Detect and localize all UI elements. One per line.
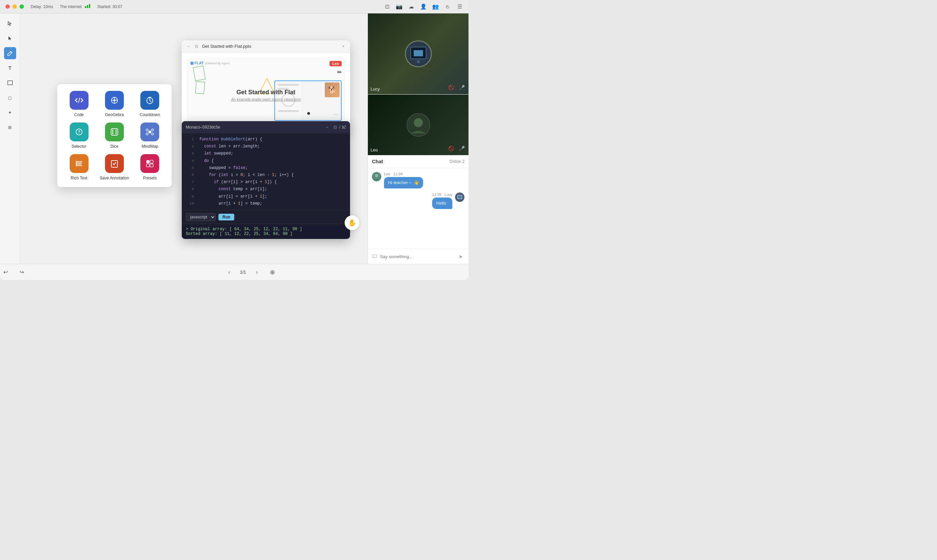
add-slide-button[interactable]: ⊕ <box>268 268 277 277</box>
user-icon[interactable]: 👤 <box>420 3 427 10</box>
menu-icon[interactable]: ☰ <box>456 3 463 10</box>
signal-bar-2 <box>87 5 88 8</box>
send-button[interactable]: ➤ <box>456 252 465 260</box>
output-line-2: Sorted array: [ 11, 12, 22, 25, 34, 64, … <box>186 232 346 236</box>
language-select[interactable]: javascript <box>186 213 216 221</box>
geogebra-icon <box>105 91 124 110</box>
svg-rect-39 <box>414 50 423 57</box>
rect-tool-btn[interactable] <box>4 77 16 89</box>
svg-line-0 <box>10 52 11 53</box>
popup-item-mindmap[interactable]: MindMap <box>135 123 165 149</box>
code-maximize[interactable]: ⊡ <box>332 125 338 130</box>
svg-point-23 <box>146 133 148 135</box>
leo-video-icons: 🚫 🎤 <box>447 145 466 152</box>
chat-input-area: ➤ <box>368 249 469 264</box>
minimize-button[interactable] <box>12 5 17 9</box>
camera-icon[interactable]: 📷 <box>396 3 403 10</box>
select-tool-btn[interactable] <box>4 17 16 29</box>
popup-item-dice[interactable]: Dice <box>99 123 129 149</box>
code-minimize[interactable]: − <box>325 125 330 130</box>
flat-presentation-window: − ⊡ Get Started with Flat.pptx × ▦ FLAT … <box>182 40 350 131</box>
titlebar-icons: ⊡ 📷 ☁ 👤 👥 ⎋ ☰ <box>384 3 463 10</box>
popup-item-geogebra[interactable]: GeoGebra <box>99 91 129 117</box>
brush-tool-btn[interactable]: ✦ <box>4 106 16 118</box>
green-shapes <box>192 65 220 98</box>
chat-input[interactable] <box>380 254 454 259</box>
code-content: 1 function bubbleSort(arr) { 2 const len… <box>182 133 350 210</box>
app-window: Delay: 10ms The internet: Started: 30:07… <box>0 0 469 280</box>
save-annotation-icon <box>105 154 124 173</box>
leo-chat-avatar <box>372 172 382 182</box>
lucy-video-icons: 🚫 🎤 <box>447 83 466 92</box>
code-window: Monaco–5923dc5e − ⊡ × / 12 1 function bu… <box>182 121 350 239</box>
svg-rect-33 <box>150 164 153 167</box>
svg-text:?: ? <box>78 129 80 135</box>
main-content: T ◻ ✦ ⊞ Code <box>0 14 469 264</box>
leo-avatar <box>406 113 430 137</box>
presets-label: Presets <box>143 176 157 180</box>
pointer-tool-btn[interactable] <box>4 32 16 45</box>
dice-icon <box>105 123 124 142</box>
richtext-icon <box>70 154 89 173</box>
grid-tool-btn[interactable]: ⊞ <box>4 121 16 133</box>
popup-item-countdown[interactable]: Countdown <box>135 91 165 117</box>
flat-close[interactable]: × <box>341 44 346 49</box>
lucy-mute-icon: 🚫 <box>447 83 455 92</box>
dice-label: Dice <box>111 144 118 149</box>
svg-rect-30 <box>146 160 149 163</box>
svg-rect-34 <box>193 66 205 81</box>
page-indicator: 1/1 <box>240 269 246 275</box>
popup-item-presets[interactable]: Presets <box>135 154 165 180</box>
svg-point-24 <box>151 133 154 135</box>
text-tool-btn[interactable]: T <box>4 62 16 74</box>
svg-rect-47 <box>458 196 462 198</box>
leo-badge: Leo <box>329 61 342 66</box>
code-line-3: 3 let swapped; <box>182 150 350 157</box>
save-annotation-label: Save Annotation <box>100 176 129 180</box>
code-footer: javascript Run <box>182 210 350 224</box>
popup-item-selector[interactable]: ? Selector <box>64 123 94 149</box>
run-button[interactable]: Run <box>218 214 234 220</box>
leo-name: Leo <box>371 148 378 152</box>
svg-line-9 <box>150 101 151 102</box>
right-sidebar: 🚫 🎤 Lucy <box>368 14 469 264</box>
lucy-chat-avatar <box>455 192 465 202</box>
code-line-4: 4 do { <box>182 157 350 165</box>
pen-tool-btn[interactable] <box>4 47 16 59</box>
dog-image: 🐕 <box>325 82 340 97</box>
cursor-dot <box>307 112 310 115</box>
flat-minimize[interactable]: − <box>186 44 191 49</box>
popup-grid: Code GeoGebra Countdown <box>64 91 165 180</box>
eraser-tool-btn[interactable]: ◻ <box>4 92 16 104</box>
chat-header: Chat Online 2 <box>368 155 469 168</box>
signal-bar-3 <box>89 4 90 8</box>
maximize-button[interactable] <box>20 5 24 9</box>
popup-item-save-annotation[interactable]: Save Annotation <box>99 154 129 180</box>
svg-point-17 <box>115 131 117 132</box>
popup-item-richtext[interactable]: Rich Text <box>64 154 94 180</box>
leo-video-panel: 🚫 🎤 Leo <box>368 95 469 155</box>
undo-button[interactable]: ↩ <box>0 267 11 278</box>
flat-presentation: ▦ FLAT powered by Agora Leo ✏ Get Star <box>187 58 345 125</box>
monitor-icon[interactable]: ⊡ <box>384 3 391 10</box>
close-button[interactable] <box>5 5 10 9</box>
lucy-name: Lucy <box>371 86 380 92</box>
next-page-button[interactable]: › <box>251 267 262 278</box>
flat-content: ▦ FLAT powered by Agora Leo ✏ Get Star <box>182 52 350 131</box>
cloud-icon[interactable]: ☁ <box>408 3 415 10</box>
logout-icon[interactable]: ⎋ <box>444 3 451 10</box>
flat-maximize[interactable]: ⊡ <box>194 44 199 49</box>
redo-button[interactable]: ↪ <box>16 267 27 278</box>
traffic-lights <box>5 5 24 9</box>
users-icon[interactable]: 👥 <box>432 3 439 10</box>
hand-raise-button[interactable]: ✋ <box>345 215 360 230</box>
popup-item-code[interactable]: Code <box>64 91 94 117</box>
bottom-bar: ↩ ↪ ‹ 1/1 › ⊕ <box>0 264 469 280</box>
center-area: Code GeoGebra Countdown <box>20 14 368 264</box>
prev-page-button[interactable]: ‹ <box>224 267 235 278</box>
internet-label: The internet: <box>60 4 91 9</box>
leo-mute-icon: 🚫 <box>447 145 455 152</box>
delay-label: Delay: 10ms <box>31 5 53 9</box>
svg-point-22 <box>151 129 154 131</box>
left-toolbar: T ◻ ✦ ⊞ <box>0 14 20 264</box>
